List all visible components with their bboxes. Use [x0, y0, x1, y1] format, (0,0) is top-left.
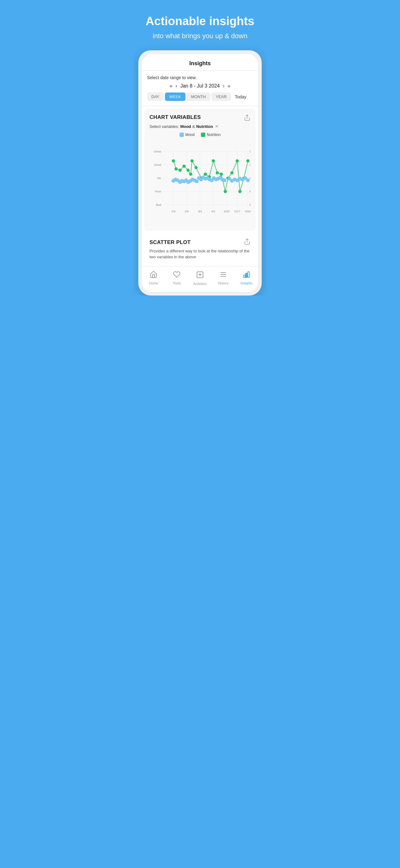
insights-label: Insights	[241, 281, 253, 285]
svg-text:1/8: 1/8	[171, 210, 175, 213]
page-title: Insights	[147, 60, 253, 67]
activities-icon	[196, 271, 204, 281]
scatter-plot-section: SCATTER PLOT Provides a different way to…	[144, 233, 256, 263]
chart-variables-row: Select variables: Mood & Nutrition ✕	[149, 124, 251, 129]
phone-screen: Insights Select date range to view. « ‹ …	[142, 54, 258, 291]
activities-label: Activities	[193, 282, 206, 286]
variable-nutrition[interactable]: Nutrition	[196, 124, 213, 129]
close-variable-button[interactable]: ✕	[215, 124, 219, 129]
svg-point-47	[236, 159, 239, 162]
legend-nutrition: Nutrition	[201, 132, 221, 137]
svg-text:Good: Good	[154, 163, 161, 167]
svg-text:OK: OK	[157, 177, 161, 180]
svg-text:4/1: 4/1	[211, 210, 215, 213]
svg-point-43	[220, 173, 223, 176]
chart-variables-title: CHART VARIABLES	[149, 114, 201, 120]
variable-mood[interactable]: Mood	[180, 124, 191, 129]
nav-item-history[interactable]: History	[211, 270, 235, 287]
page-header: Insights	[142, 54, 258, 71]
tab-year[interactable]: YEAR	[211, 93, 231, 101]
tools-label: Tools	[173, 281, 181, 285]
svg-point-34	[186, 168, 190, 172]
share-icon[interactable]	[244, 114, 251, 123]
svg-text:Great: Great	[154, 150, 161, 153]
svg-text:3/4: 3/4	[198, 210, 202, 213]
svg-point-48	[238, 190, 241, 193]
prev-button[interactable]: ‹	[175, 83, 177, 89]
svg-text:Poor: Poor	[155, 190, 161, 193]
svg-point-31	[174, 167, 178, 170]
tab-day[interactable]: DAY	[147, 93, 164, 101]
nav-item-home[interactable]: Home	[142, 270, 165, 287]
svg-text:4/29: 4/29	[224, 210, 229, 213]
date-section: Select date range to view. « ‹ Jan 8 - J…	[142, 71, 258, 106]
scatter-share-icon[interactable]	[244, 238, 251, 247]
nav-item-activities[interactable]: Activities	[189, 270, 212, 287]
scatter-plot-title: SCATTER PLOT	[149, 239, 191, 246]
svg-point-37	[194, 166, 198, 169]
prev-prev-button[interactable]: «	[170, 83, 172, 89]
home-label: Home	[149, 281, 158, 285]
svg-rect-93	[248, 272, 249, 278]
scatter-plot-description: Provides a different way to look at the …	[149, 248, 251, 259]
svg-text:OK: OK	[249, 177, 251, 180]
svg-point-41	[212, 159, 215, 162]
next-button[interactable]: ›	[223, 83, 225, 89]
history-icon	[220, 271, 227, 280]
hero-title: Actionable insights	[141, 15, 259, 28]
svg-rect-91	[243, 275, 245, 278]
chart-area: Great Good OK Poor Bad Great Good OK Poo…	[149, 140, 251, 227]
tools-icon	[173, 271, 180, 280]
chart-legend: Mood Nutrition	[149, 132, 251, 137]
mood-legend-label: Mood	[186, 132, 195, 137]
svg-point-62	[195, 180, 199, 183]
svg-text:Good: Good	[249, 163, 251, 167]
mood-legend-color	[179, 132, 184, 137]
chart-variables-section: CHART VARIABLES Select variables: Mood &…	[144, 108, 256, 231]
svg-text:5/27: 5/27	[234, 210, 240, 213]
hero-subtitle: into what brings you up & down	[141, 32, 259, 41]
date-range-label: Select date range to view.	[147, 75, 253, 80]
svg-point-33	[182, 164, 186, 168]
hero-section: Actionable insights into what brings you…	[133, 0, 267, 50]
svg-point-36	[190, 159, 194, 162]
svg-point-30	[172, 159, 175, 162]
period-tabs: DAY WEEK MONTH YEAR Today	[147, 93, 253, 101]
svg-text:Poor: Poor	[249, 190, 251, 193]
nutrition-legend-label: Nutrition	[207, 132, 221, 137]
phone-mockup: Insights Select date range to view. « ‹ …	[138, 50, 262, 295]
select-variables-label: Select variables:	[149, 124, 179, 129]
svg-rect-92	[245, 273, 247, 278]
scatter-plot-header: SCATTER PLOT	[149, 238, 251, 247]
svg-text:Great: Great	[249, 150, 251, 153]
svg-point-35	[189, 173, 192, 176]
svg-point-42	[216, 172, 219, 175]
svg-point-75	[223, 179, 226, 182]
bottom-navigation: Home Tools	[142, 266, 258, 292]
svg-point-39	[204, 173, 207, 176]
home-icon	[150, 271, 157, 280]
svg-text:Bad: Bad	[156, 203, 161, 207]
svg-point-46	[230, 172, 233, 175]
tab-month[interactable]: MONTH	[187, 93, 210, 101]
insights-icon	[243, 271, 250, 280]
nutrition-legend-color	[201, 132, 205, 137]
next-next-button[interactable]: »	[228, 83, 230, 89]
nav-item-insights[interactable]: Insights	[235, 270, 258, 287]
svg-text:2/5: 2/5	[185, 210, 189, 213]
svg-point-50	[246, 159, 249, 162]
legend-mood: Mood	[179, 132, 195, 137]
chart-header: CHART VARIABLES	[149, 114, 251, 123]
tab-week[interactable]: WEEK	[165, 93, 186, 101]
chart-svg: Great Good OK Poor Bad Great Good OK Poo…	[149, 140, 251, 227]
today-button[interactable]: Today	[235, 94, 246, 99]
svg-text:Bad: Bad	[249, 203, 251, 207]
svg-point-32	[178, 168, 182, 172]
svg-point-83	[246, 179, 249, 182]
svg-text:6/24: 6/24	[245, 210, 251, 213]
history-label: History	[218, 281, 229, 285]
date-range-text: Jan 8 - Jul 3 2024	[180, 83, 220, 89]
date-navigator: « ‹ Jan 8 - Jul 3 2024 › »	[147, 83, 253, 89]
nav-item-tools[interactable]: Tools	[165, 270, 189, 287]
svg-point-44	[224, 190, 227, 193]
